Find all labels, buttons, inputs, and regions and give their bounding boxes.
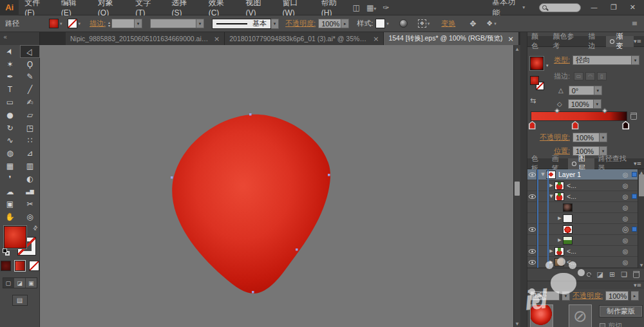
layout-grid-icon[interactable]: ▦▾ — [366, 3, 376, 12]
fill-proxy[interactable] — [4, 226, 26, 248]
blend-tool[interactable]: ◐ — [20, 173, 40, 185]
gradient-stop[interactable] — [529, 121, 536, 129]
chevron-down-icon[interactable]: ▾ — [60, 21, 62, 26]
default-fill-stroke-icon[interactable] — [3, 248, 10, 256]
layer-row[interactable]: ◎ — [527, 202, 644, 213]
layer-row[interactable]: ▶ ◎ — [527, 235, 644, 246]
stroke-weight-field[interactable] — [111, 19, 135, 28]
eyedropper-tool[interactable]: ❜ — [0, 173, 20, 185]
target-icon[interactable]: ◎ — [620, 215, 630, 222]
graphic-style-swatch[interactable] — [375, 19, 385, 28]
transform-link[interactable]: 变换 — [441, 19, 455, 28]
opacity-link[interactable]: 不透明度: — [285, 19, 316, 28]
locate-object-icon[interactable] — [587, 272, 591, 277]
make-mask-button[interactable]: 制作蒙版 — [600, 306, 642, 317]
layer-row[interactable]: ◎ — [527, 224, 644, 235]
gradient-tool[interactable]: ▥ — [20, 160, 40, 173]
layer-row[interactable]: ▶ ◎ — [527, 213, 644, 224]
tab-layers[interactable]: 图层 — [568, 158, 594, 169]
panel-menu-icon[interactable]: ▾≡ — [634, 38, 644, 44]
tab-color-guide[interactable]: 颜色参考 — [549, 36, 584, 47]
visibility-toggle[interactable] — [527, 257, 537, 268]
slice-tool[interactable]: ✂ — [20, 198, 40, 211]
paintbrush-tool[interactable]: ✍ — [20, 96, 40, 109]
rotate-tool[interactable]: ↻ — [0, 122, 20, 135]
target-icon[interactable]: ◎ — [620, 237, 630, 244]
stroke-weight-stepper[interactable]: ▴▾ — [108, 21, 110, 27]
layer-row[interactable]: ▶ <... ◎ — [527, 257, 644, 268]
gradient-button[interactable] — [15, 261, 25, 271]
target-icon[interactable]: ◎ — [620, 204, 630, 211]
scroll-down-icon[interactable]: ▼ — [514, 321, 520, 326]
spin-right-icon[interactable]: ▸ — [631, 291, 639, 301]
close-tab-icon[interactable]: × — [373, 35, 379, 43]
feather-icon[interactable]: ✑ — [383, 3, 389, 12]
visibility-toggle[interactable] — [527, 169, 537, 180]
menu-edit[interactable]: 编辑(E) — [55, 0, 92, 17]
menu-object[interactable]: 对象(O) — [92, 0, 129, 17]
line-segment-tool[interactable]: ╱ — [20, 83, 40, 96]
gradient-opacity-field[interactable]: 100% — [573, 133, 600, 142]
document-tab-active[interactable]: 1544 [转换].eps* @ 100% (RGB/预览) × — [384, 32, 518, 45]
close-tab-icon[interactable]: × — [214, 35, 220, 43]
tab-swatches[interactable]: 色板 — [527, 158, 548, 169]
visibility-toggle[interactable] — [527, 213, 537, 224]
clip-checkbox[interactable] — [600, 323, 605, 327]
layer-row[interactable]: ▶ <... ◎ — [527, 246, 644, 257]
tab-pathfinder[interactable]: 路径查找器 — [594, 158, 634, 169]
type-tool[interactable]: T — [0, 83, 20, 96]
gradient-type-select[interactable]: 径向 — [573, 55, 632, 65]
chevron-down-icon[interactable]: ▾ — [594, 99, 601, 109]
stroke-weight-link[interactable]: 描边: — [90, 19, 106, 28]
target-icon[interactable]: ◎ — [620, 193, 630, 200]
chevron-down-icon[interactable]: ▾ — [600, 133, 607, 142]
panel-menu-icon[interactable]: ▾≡ — [634, 282, 641, 288]
clipping-mask-icon[interactable]: ◪ — [597, 270, 603, 279]
recolor-artwork-icon[interactable] — [399, 19, 408, 28]
chevron-down-icon[interactable]: ▾ — [546, 63, 549, 68]
panel-menu-icon[interactable]: ▾≡ — [634, 160, 644, 167]
layer-thumbnail[interactable] — [554, 182, 564, 190]
chevron-down-icon[interactable]: ▾ — [632, 55, 639, 65]
stroke-gradient-along-icon[interactable]: ◠ — [585, 72, 595, 80]
gradient-slider[interactable] — [531, 111, 627, 121]
expand-icon[interactable]: ▼ — [548, 194, 554, 199]
zoom-tool[interactable]: ◎ — [20, 210, 40, 223]
chevron-down-icon[interactable]: ▾ — [196, 19, 204, 28]
layer-row[interactable]: ▶ <... ◎ — [527, 180, 644, 191]
screen-mode-button[interactable]: ▤ — [12, 295, 28, 306]
scale-tool[interactable]: ◳ — [20, 122, 40, 135]
chevron-down-icon[interactable]: ▾ — [428, 21, 430, 26]
gradient-aspect-field[interactable]: 100% — [568, 99, 594, 109]
expand-icon[interactable]: ▶ — [548, 259, 554, 265]
target-icon[interactable]: ◎ — [620, 182, 630, 189]
menu-effect[interactable]: 效果(C) — [203, 0, 240, 17]
visibility-toggle[interactable] — [527, 202, 537, 213]
gradient-midpoint[interactable] — [602, 108, 607, 113]
blend-mode-select[interactable]: 正常 — [530, 291, 560, 301]
visibility-toggle[interactable] — [527, 224, 537, 235]
layers-scrollbar[interactable]: ▲ ▼ — [638, 169, 644, 268]
dock-divider[interactable] — [520, 32, 527, 327]
target-icon[interactable]: ◎ — [620, 225, 630, 234]
lasso-tool[interactable]: Ϙ — [20, 58, 40, 71]
hand-tool[interactable]: ✋ — [0, 210, 20, 223]
chevron-down-icon[interactable]: ▾ — [594, 86, 602, 95]
spin-right-icon[interactable]: ▸ — [341, 19, 349, 28]
scroll-down-icon[interactable]: ▼ — [638, 263, 644, 267]
rectangle-tool[interactable]: ▭ — [0, 96, 20, 109]
gradient-midpoint[interactable] — [554, 108, 560, 113]
visibility-toggle[interactable] — [527, 246, 537, 257]
document-tab[interactable]: Nipic_9885883_20150605101634669000.ai* @… — [66, 32, 225, 45]
shape-options-icon[interactable]: ❖ — [486, 19, 493, 28]
tab-stroke[interactable]: 描边 — [584, 36, 605, 47]
selection-tool[interactable]: ➤ — [0, 45, 20, 58]
menu-type[interactable]: 文字(T) — [129, 0, 166, 17]
target-icon[interactable]: ◎ — [620, 171, 630, 178]
draw-normal-icon[interactable]: ▢ — [3, 278, 15, 288]
mesh-tool[interactable]: ▦ — [0, 160, 20, 173]
layer-row[interactable]: ▼ Layer 1 ◎ — [527, 169, 644, 180]
brush-definition-field[interactable] — [150, 19, 196, 28]
align-objects-icon[interactable]: ✥ — [469, 19, 476, 28]
magic-wand-tool[interactable]: ✶ — [0, 58, 20, 71]
